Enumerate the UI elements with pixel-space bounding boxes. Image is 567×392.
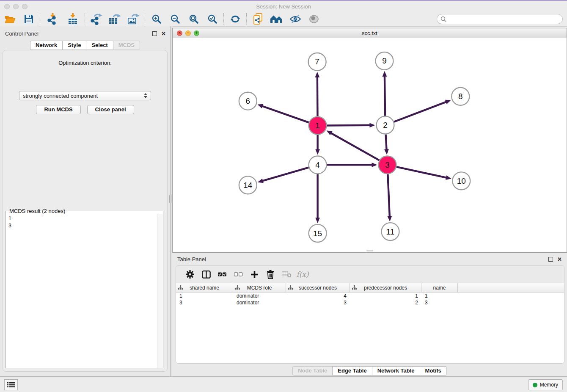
tab-node-table[interactable]: Node Table xyxy=(292,366,332,375)
toolbar-separator xyxy=(223,13,224,25)
delete-row-button[interactable] xyxy=(262,268,278,281)
trash-icon xyxy=(267,270,274,279)
table-tabs: Node Table Edge Table Network Table Moti… xyxy=(172,366,567,375)
graph-node-label: 15 xyxy=(313,229,322,238)
table-settings-button[interactable] xyxy=(182,268,198,281)
export-image-button[interactable] xyxy=(124,13,143,25)
eye-disabled-icon xyxy=(309,15,319,23)
criterion-select[interactable]: strongly connected component xyxy=(19,91,151,100)
tab-motifs[interactable]: Motifs xyxy=(420,366,447,375)
float-table-panel-icon[interactable] xyxy=(548,257,553,262)
canvas-resize-handle[interactable] xyxy=(366,250,373,251)
network-window-titlebar[interactable]: × − + scc.txt xyxy=(173,28,567,38)
zoom-fit-button[interactable] xyxy=(184,13,203,25)
export-network-button[interactable] xyxy=(87,13,106,25)
result-scrollbar[interactable] xyxy=(157,214,163,368)
graph-edge-arrowhead xyxy=(369,123,375,127)
save-disk-icon xyxy=(24,14,33,24)
table-row[interactable]: 3dominator323 xyxy=(176,299,564,306)
table-panel-title: Table Panel xyxy=(177,256,206,262)
column-header-filler xyxy=(458,283,564,292)
graph-edge-2-3[interactable] xyxy=(386,135,387,151)
open-session-button[interactable] xyxy=(1,13,19,25)
float-panel-icon[interactable] xyxy=(152,31,157,36)
export-table-button[interactable] xyxy=(106,13,124,25)
tab-network-table[interactable]: Network Table xyxy=(372,366,420,375)
graph-edge-arrowhead xyxy=(315,72,319,77)
save-session-button[interactable] xyxy=(19,13,38,25)
graph-edge-3-11[interactable] xyxy=(388,174,390,217)
close-panel-button[interactable]: Close panel xyxy=(87,105,134,114)
column-header-predecessor-nodes[interactable]: predecessor nodes xyxy=(350,283,421,292)
table-cell: 1 xyxy=(350,293,421,299)
tree-icon xyxy=(235,285,240,290)
column-header-name[interactable]: name xyxy=(421,283,458,292)
column-header-successor-nodes[interactable]: successor nodes xyxy=(286,283,350,292)
home-button[interactable] xyxy=(267,13,286,25)
network-close-button[interactable]: × xyxy=(177,30,182,36)
tab-edge-table[interactable]: Edge Table xyxy=(332,366,372,375)
show-hide-graphics-button[interactable] xyxy=(286,13,305,25)
export-network-icon xyxy=(91,13,102,25)
table-cell: 1 xyxy=(421,293,458,299)
network-view-window: × − + scc.txt 7968124314101511 xyxy=(172,28,567,253)
task-history-button[interactable] xyxy=(4,379,18,390)
birds-eye-view-button[interactable] xyxy=(305,13,323,25)
network-zoom-button[interactable]: + xyxy=(194,30,199,36)
clone-network-button[interactable] xyxy=(249,13,267,25)
run-mcds-button[interactable]: Run MCDS xyxy=(36,105,80,114)
tree-icon xyxy=(288,285,293,290)
memory-button[interactable]: Memory xyxy=(528,379,563,390)
graph-edge-3-10[interactable] xyxy=(396,167,447,178)
zoom-selected-button[interactable] xyxy=(203,13,222,25)
tab-mcds[interactable]: MCDS xyxy=(113,41,140,50)
window-title: Session: New Session xyxy=(0,3,567,10)
main-toolbar xyxy=(0,12,567,27)
graph-edge-4-14[interactable] xyxy=(261,168,308,181)
graph-edge-3-1[interactable] xyxy=(330,133,379,160)
table-row[interactable]: 1dominator411 xyxy=(176,293,564,299)
close-panel-icon[interactable]: ✕ xyxy=(161,32,166,36)
toolbar-separator xyxy=(145,13,146,25)
import-table-button[interactable] xyxy=(63,13,83,25)
table-panel: Table Panel ✕ xyxy=(172,253,567,377)
tab-network[interactable]: Network xyxy=(30,41,62,50)
refresh-button[interactable] xyxy=(226,13,245,25)
add-row-button[interactable] xyxy=(246,268,262,281)
column-header-shared-name[interactable]: shared name xyxy=(176,283,233,292)
search-box[interactable] xyxy=(437,14,563,24)
graph-edge-arrowhead xyxy=(445,100,451,104)
network-canvas[interactable]: 7968124314101511 xyxy=(173,38,567,252)
zoom-out-button[interactable] xyxy=(166,13,184,25)
graph-node-label: 11 xyxy=(386,227,395,236)
graph-edge-2-9[interactable] xyxy=(385,75,385,116)
table-cell: 3 xyxy=(176,300,233,306)
search-input[interactable] xyxy=(446,16,562,22)
graph-edge-arrowhead xyxy=(372,163,377,167)
title-bar: Session: New Session xyxy=(0,1,567,12)
delete-column-button-disabled xyxy=(278,268,295,281)
table-column-headers: shared name MCDS role successor nodes xyxy=(176,283,564,293)
mcds-result-text[interactable]: 1 3 xyxy=(6,214,157,368)
optimization-criterion-label: Optimization criterion: xyxy=(3,60,167,66)
network-graph[interactable]: 7968124314101511 xyxy=(173,38,567,252)
eye-slash-icon xyxy=(290,14,301,24)
graph-edge-2-8[interactable] xyxy=(394,102,447,122)
show-columns-button[interactable] xyxy=(198,268,214,281)
column-header-mcds-role[interactable]: MCDS role xyxy=(233,283,286,292)
graph-edge-1-7[interactable] xyxy=(317,76,318,116)
graph-edge-1-2[interactable] xyxy=(327,125,371,126)
memory-label: Memory xyxy=(540,382,558,388)
column-label: name xyxy=(433,285,446,291)
graph-edge-1-6[interactable] xyxy=(261,106,309,122)
network-minimize-button[interactable]: − xyxy=(185,30,191,36)
close-table-panel-icon[interactable]: ✕ xyxy=(557,257,562,261)
select-all-button[interactable] xyxy=(214,268,230,281)
deselect-all-button[interactable] xyxy=(230,268,246,281)
zoom-in-button[interactable] xyxy=(147,13,166,25)
table-cell: 3 xyxy=(286,300,350,306)
import-network-button[interactable] xyxy=(42,13,63,25)
tab-select[interactable]: Select xyxy=(86,41,113,50)
network-window-title: scc.txt xyxy=(173,30,567,36)
tab-style[interactable]: Style xyxy=(62,41,86,50)
